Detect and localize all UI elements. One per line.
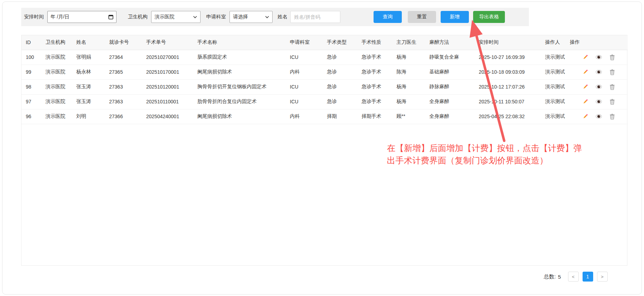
cell-surgeon: 杨海 [392, 94, 425, 109]
edit-pencil-icon[interactable] [582, 54, 589, 60]
cell-operator: 演示测试 [541, 50, 566, 65]
calendar-icon[interactable] [108, 14, 113, 19]
date-input[interactable]: 年 /月/日 [47, 11, 117, 23]
cell-id: 100 [22, 50, 41, 65]
dept-select[interactable]: 请选择 [229, 11, 273, 23]
total-count: 5 [558, 274, 561, 280]
prev-page-button[interactable]: < [568, 272, 579, 282]
delete-trash-icon[interactable] [609, 84, 615, 90]
delete-trash-icon[interactable] [609, 113, 615, 120]
total-label: 总数: [544, 273, 556, 280]
dept-select-value: 请选择 [233, 14, 248, 20]
table-row: 96演示医院刘明27366202504240001阑尾病损切除术内科择期择期手术… [22, 109, 628, 124]
view-eye-icon[interactable] [596, 98, 602, 105]
view-eye-icon[interactable] [596, 54, 602, 60]
cell-order_no: 202510110001 [142, 94, 193, 109]
cell-order_no: 202504240001 [142, 109, 193, 124]
cell-nature: 急诊手术 [357, 94, 392, 109]
cell-dept: 内科 [286, 109, 323, 124]
cell-id: 96 [22, 109, 41, 124]
name-input[interactable] [290, 11, 340, 23]
add-button[interactable]: 新增 [441, 11, 469, 23]
cell-dept: ICU [286, 79, 323, 94]
cell-nature: 择期手术 [357, 109, 392, 124]
dept-filter-label: 申请科室 [206, 14, 226, 20]
cell-order_no: 202510270001 [142, 50, 193, 65]
cell-id: 98 [22, 79, 41, 94]
page-1-button[interactable]: 1 [583, 272, 593, 282]
cell-surgery: 阑尾病损切除术 [193, 109, 286, 124]
column-header: ID [22, 35, 41, 50]
cell-surgery: 胸骨骨折切开复位钢板内固定术 [193, 79, 286, 94]
row-actions-cell [566, 109, 628, 124]
date-input-value: 年 /月/日 [50, 14, 70, 20]
name-filter-label: 姓名 [278, 14, 287, 20]
cell-operator: 演示测试 [541, 79, 566, 94]
cell-type: 急诊 [323, 65, 357, 79]
cell-type: 急诊 [323, 94, 357, 109]
org-select-value: 演示医院 [155, 14, 174, 20]
cell-org: 演示医院 [41, 65, 72, 79]
next-page-button[interactable]: > [597, 272, 608, 282]
table-row: 98演示医院张玉涛27363202510120001胸骨骨折切开复位钢板内固定术… [22, 79, 628, 94]
cell-dept: ICU [286, 94, 323, 109]
delete-trash-icon[interactable] [609, 98, 615, 105]
delete-trash-icon[interactable] [609, 54, 615, 60]
cell-id: 97 [22, 94, 41, 109]
column-header: 卫生机构 [41, 35, 72, 50]
cell-name: 刘明 [72, 109, 105, 124]
cell-anesthesia: 静脉麻醉 [425, 79, 475, 94]
org-filter-label: 卫生机构 [128, 14, 148, 20]
cell-name: 张玉涛 [72, 79, 105, 94]
cell-org: 演示医院 [41, 50, 72, 65]
cell-card_no: 27363 [105, 79, 142, 94]
cell-card_no: 27364 [105, 50, 142, 65]
cell-surgery: 肠系膜固定术 [193, 50, 286, 65]
cell-surgeon: 杨海 [392, 79, 425, 94]
cell-dept: 内科 [286, 65, 323, 79]
view-eye-icon[interactable] [596, 113, 602, 120]
column-header: 手术类型 [323, 35, 357, 50]
date-filter-label: 安排时间 [24, 14, 44, 20]
edit-pencil-icon[interactable] [582, 69, 589, 75]
cell-surgery: 肋骨骨折闭合复位内固定术 [193, 94, 286, 109]
search-button[interactable]: 查询 [374, 11, 402, 23]
annotation-line-2: 出手术计费界面（复制门诊划价界面改造） [387, 154, 582, 167]
cell-order_no: 202510120001 [142, 79, 193, 94]
cell-surgery: 阑尾病损切除术 [193, 65, 286, 79]
cell-operator: 演示测试 [541, 94, 566, 109]
cell-name: 杨永林 [72, 65, 105, 79]
view-eye-icon[interactable] [596, 69, 602, 75]
cell-dept: ICU [286, 50, 323, 65]
column-header: 麻醉方法 [425, 35, 475, 50]
reset-button[interactable]: 重置 [408, 11, 436, 23]
row-actions-cell [566, 50, 628, 65]
annotation-note: 在【新增】后面增加【计费】按钮，点击【计费】弹 出手术计费界面（复制门诊划价界面… [387, 142, 582, 167]
delete-trash-icon[interactable] [609, 69, 615, 75]
column-header: 手术性质 [357, 35, 392, 50]
edit-pencil-icon[interactable] [582, 113, 589, 120]
view-eye-icon[interactable] [596, 84, 602, 90]
org-select[interactable]: 演示医院 [151, 11, 201, 23]
cell-time: 2025-04-25 22:08:32 [475, 109, 541, 124]
surgery-schedule-page: 安排时间 年 /月/日 卫生机构 演示医院 申请科室 请选择 姓名 查询 重置 … [0, 0, 644, 296]
column-header: 姓名 [72, 35, 105, 50]
cell-type: 择期 [323, 109, 357, 124]
column-header: 主刀医生 [392, 35, 425, 50]
cell-type: 急诊 [323, 50, 357, 65]
cell-time: 2025-10-12 17:07:26 [475, 79, 541, 94]
chevron-down-icon [193, 16, 197, 18]
pagination: 总数: 5 < 1 > [544, 272, 608, 282]
edit-pencil-icon[interactable] [582, 84, 589, 90]
cell-id: 99 [22, 65, 41, 79]
cell-card_no: 27366 [105, 109, 142, 124]
edit-pencil-icon[interactable] [582, 98, 589, 105]
cell-name: 张明娟 [72, 50, 105, 65]
surgery-table: ID卫生机构姓名就诊卡号手术单号手术名称申请科室手术类型手术性质主刀医生麻醉方法… [22, 35, 628, 124]
export-button[interactable]: 导出表格 [473, 11, 505, 23]
column-header: 操作人 [541, 35, 566, 50]
cell-nature: 急诊手术 [357, 50, 392, 65]
chevron-down-icon [265, 16, 269, 18]
table-row: 99演示医院杨永林27365202510170001阑尾病损切除术内科急诊急诊手… [22, 65, 628, 79]
row-actions-cell [566, 79, 628, 94]
